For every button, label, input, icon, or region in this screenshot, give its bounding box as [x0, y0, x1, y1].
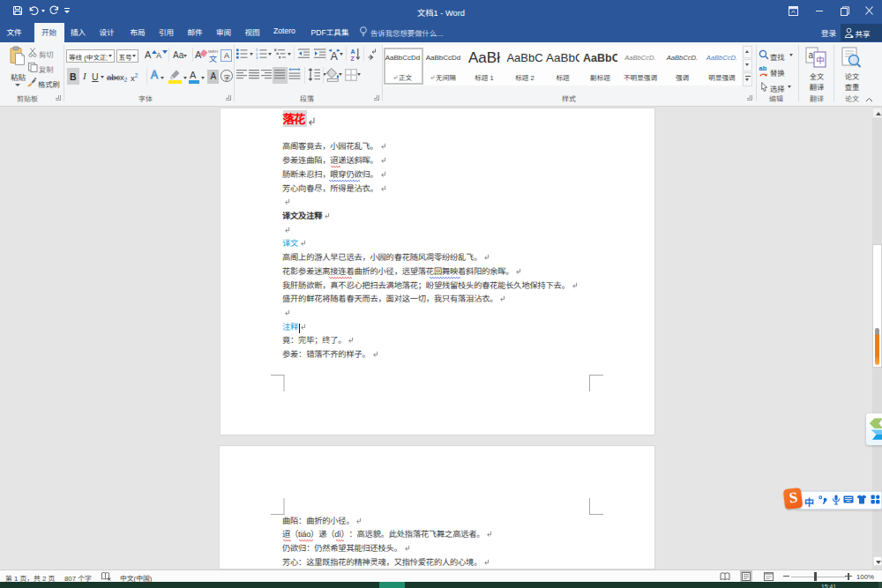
svg-text:中: 中 [816, 53, 825, 66]
svg-text:Z: Z [351, 56, 355, 62]
svg-text:A: A [351, 48, 355, 55]
svg-text:a: a [809, 50, 814, 60]
svg-text:A: A [330, 50, 337, 61]
svg-text:3: 3 [256, 56, 258, 59]
